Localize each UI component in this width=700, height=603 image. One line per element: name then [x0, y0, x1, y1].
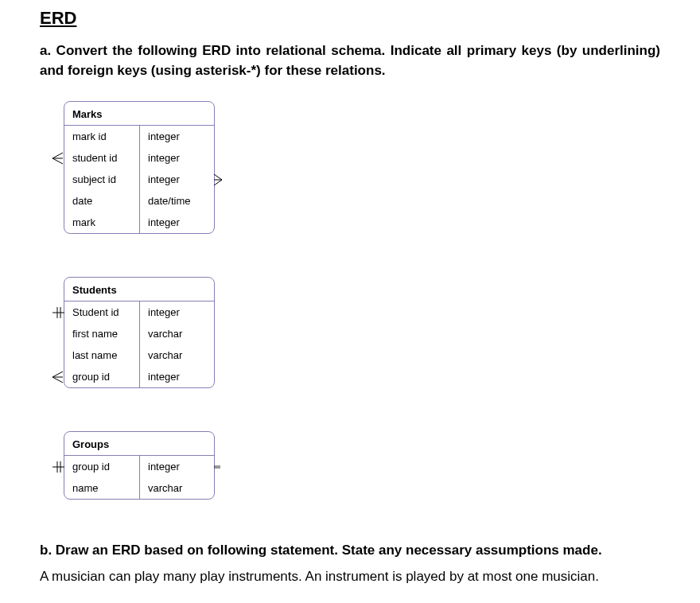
entity-row: first name varchar [64, 323, 214, 344]
attr-name: group id [64, 366, 140, 387]
entity-row: mark id integer [64, 126, 214, 147]
entity-row: last name varchar [64, 344, 214, 366]
entity-row: name varchar [64, 477, 214, 499]
attr-type: integer [140, 169, 214, 190]
one-connector-icon [52, 461, 64, 473]
entity-row: group id integer [64, 456, 214, 477]
attr-name: mark [64, 212, 140, 233]
entity-title: Marks [64, 102, 214, 126]
connector-dash-icon [214, 465, 220, 469]
entity-row: student id integer [64, 147, 214, 169]
attr-name: name [64, 477, 140, 499]
question-a: a. Convert the following ERD into relati… [40, 41, 660, 80]
entity-row: mark integer [64, 212, 214, 233]
attr-type: integer [140, 366, 214, 387]
page-title: ERD [40, 8, 660, 29]
attr-type: integer [140, 212, 214, 233]
entity-marks: Marks mark id integer student id integer… [64, 101, 215, 234]
one-connector-icon [52, 307, 64, 318]
crows-foot-icon [52, 372, 64, 383]
entity-row: date date/time [64, 190, 214, 212]
svg-line-11 [52, 377, 63, 383]
attr-name: mark id [64, 126, 140, 147]
entity-row: subject id integer [64, 169, 214, 190]
attr-type: varchar [140, 344, 214, 366]
attr-type: date/time [140, 190, 214, 212]
crows-foot-icon [214, 174, 222, 185]
entity-title: Groups [64, 432, 214, 456]
svg-line-3 [214, 174, 222, 180]
attr-name: group id [64, 456, 140, 477]
entity-row: Student id integer [64, 302, 214, 323]
crows-foot-icon [52, 153, 64, 164]
entity-students: Students Student id integer first name v… [64, 277, 215, 388]
svg-line-5 [214, 180, 222, 185]
attr-name: first name [64, 323, 140, 344]
attr-type: integer [140, 147, 214, 169]
svg-line-0 [52, 153, 63, 158]
attr-name: last name [64, 344, 140, 366]
attr-name: date [64, 190, 140, 212]
question-b-text: A musician can play many play instrument… [40, 566, 660, 587]
entity-groups: Groups group id integer name varchar [64, 431, 215, 500]
entity-row: group id integer [64, 366, 214, 387]
svg-line-9 [52, 372, 63, 377]
attr-type: integer [140, 456, 214, 477]
question-b-title: b. Draw an ERD based on following statem… [40, 543, 660, 558]
attr-type: varchar [140, 323, 214, 344]
attr-type: integer [140, 126, 214, 147]
attr-type: varchar [140, 477, 214, 499]
attr-name: student id [64, 147, 140, 169]
svg-line-2 [52, 158, 63, 164]
erd-diagram: Marks mark id integer student id integer… [64, 101, 660, 500]
attr-name: Student id [64, 302, 140, 323]
attr-type: integer [140, 302, 214, 323]
entity-title: Students [64, 278, 214, 302]
attr-name: subject id [64, 169, 140, 190]
